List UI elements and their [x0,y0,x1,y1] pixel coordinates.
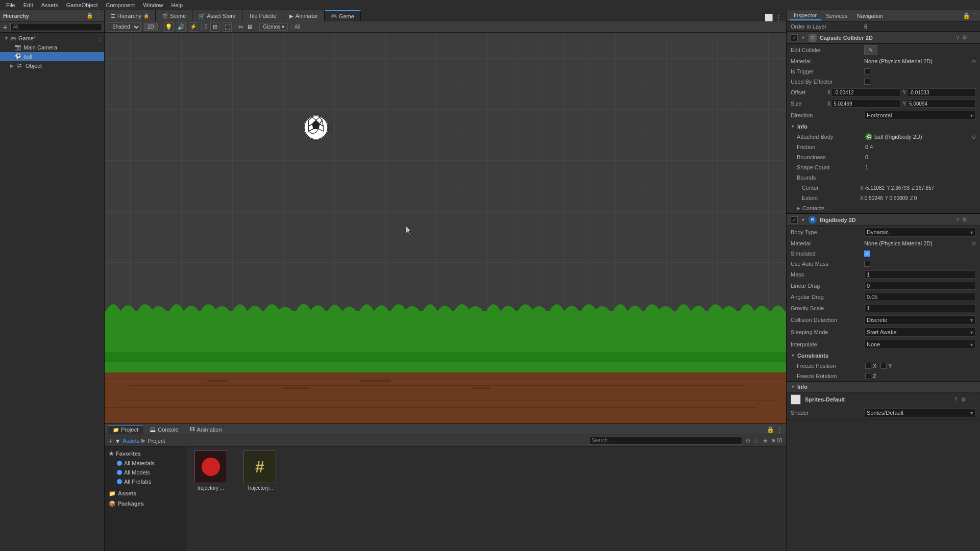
view-2d-btn[interactable]: 2D [144,23,158,31]
shade-mode-select[interactable]: Shaded [108,22,141,32]
sidebar-item-all-materials[interactable]: All Materials [105,459,186,468]
info-bottom-header[interactable]: ▼ Info [787,382,980,392]
rigidbody-check-icon[interactable]: ✓ [791,216,798,223]
hierarchy-tab[interactable]: Hierarchy [3,13,29,19]
tree-item-camera[interactable]: 📷 Main Camera [0,43,104,52]
layers-icon[interactable]: ⊞ [210,22,219,32]
shader-select[interactable]: Sprites/Default [864,408,976,417]
rb-material-btn[interactable]: ⊙ [972,241,976,246]
capsule-material-btn[interactable]: ⊙ [972,59,976,64]
tab-project[interactable]: 📁 Project [108,425,143,434]
angular-drag-input[interactable] [864,293,976,301]
freeze-pos-y-checkbox[interactable] [880,363,887,369]
scene-options-btn[interactable]: ⋮ [775,14,782,21]
asset-filter-1[interactable]: ⚙ [745,437,751,444]
collision-detection-select[interactable]: Discrete Continuous [864,315,976,324]
sidebar-item-all-prefabs[interactable]: All Prefabs [105,477,186,486]
menu-window[interactable]: Window [139,1,167,9]
breadcrumb-assets[interactable]: Assets [122,438,139,444]
edit-collider-btn[interactable]: ✎ [864,45,877,55]
simulated-checkbox[interactable]: ✓ [864,251,870,257]
hierarchy-search[interactable] [10,23,102,31]
bottom-options-btn[interactable]: ⋮ [776,425,783,433]
breadcrumb-project[interactable]: Project [148,438,165,444]
menu-file[interactable]: File [2,1,19,9]
asset-search[interactable] [589,437,742,445]
tree-item-object[interactable]: ▶ 🗂 Object [0,61,104,70]
freeze-pos-x-checkbox[interactable] [865,363,871,369]
sidebar-item-all-models[interactable]: All Models [105,468,186,477]
hierarchy-menu-icon[interactable]: ⋮ [95,12,101,19]
tree-item-game[interactable]: ▼ 🎮 Game* ⋮ [0,34,104,43]
audio-icon[interactable]: 🔊 [177,22,186,32]
gizmos-btn[interactable]: Gizmos ▾ [259,23,288,31]
sprites-menu-icon[interactable]: ⋮ [970,396,976,403]
tab-animator[interactable]: ▶ Animator [283,10,325,21]
hierarchy-add-btn[interactable]: + [2,23,8,31]
effects-icon[interactable]: ⚡ [189,22,198,32]
constraints-row[interactable]: ▼ Constraints [787,350,980,361]
attached-body-btn[interactable]: ⊙ [972,134,976,140]
menu-assets[interactable]: Assets [37,1,62,9]
used-by-effector-checkbox[interactable] [864,79,870,85]
capsule-collider-header[interactable]: ✓ ▼ ⬭ Capsule Collider 2D ? ⚙ ⋮ [787,32,980,44]
use-auto-mass-checkbox[interactable] [864,261,870,267]
tab-console[interactable]: 💻 Console [144,425,183,434]
contacts-row[interactable]: ▶ Contacts [787,203,980,213]
inspector-options-icon[interactable]: ⋮ [971,12,977,19]
screen-icon[interactable]: 🖥 [247,23,253,31]
offset-y-input[interactable] [907,88,976,96]
capsule-menu-icon[interactable]: ⋮ [970,34,976,41]
menu-help[interactable]: Help [167,1,187,9]
body-type-select[interactable]: Dynamic Kinematic Static [864,228,976,237]
rigidbody-header[interactable]: ✓ ▼ R Rigidbody 2D ? ⚙ ⋮ [787,214,980,226]
inspector-lock-icon[interactable]: 🔒 [963,12,970,19]
asset-trajectory-hash[interactable]: # Trajectory... [239,450,280,491]
size-x-input[interactable] [831,99,900,108]
add-asset-btn[interactable]: + [109,437,113,444]
offset-x-input[interactable] [831,88,900,96]
direction-select[interactable]: Horizontal Vertical [864,111,976,120]
sprites-help-icon[interactable]: ? [954,396,957,403]
sleeping-mode-select[interactable]: Start Awake Never Sleep [864,328,976,337]
tab-asset-store[interactable]: 🛒 Asset Store [192,10,242,21]
tab-navigation[interactable]: Navigation [852,12,887,20]
gravity-scale-input[interactable] [864,304,976,312]
maximize-icon[interactable]: ⛶ [223,22,232,32]
freeze-rot-z-checkbox[interactable] [865,373,871,379]
mass-input[interactable] [864,270,976,279]
capsule-settings-icon[interactable]: ⚙ [962,34,967,41]
rigidbody-settings-icon[interactable]: ⚙ [962,216,967,223]
asset-trajectory-red[interactable]: trajectory ... [190,450,231,491]
menu-component[interactable]: Component [102,1,139,9]
is-trigger-checkbox[interactable] [864,68,870,74]
tree-options-game[interactable]: ⋮ [97,36,102,41]
tab-tile-palette[interactable]: Tile Palette [242,10,283,21]
tab-hierarchy[interactable]: ☰ Hierarchy 🔒 [105,10,156,21]
tab-game[interactable]: 🎮 Game [325,10,361,21]
tab-animation[interactable]: 🎞 Animation [185,425,227,434]
tab-scene[interactable]: 🎬 Scene [156,10,192,21]
tab-services[interactable]: Services [822,12,851,20]
menu-edit[interactable]: Edit [19,1,37,9]
asset-options-btn[interactable]: ▾ [116,437,119,444]
capsule-check-icon[interactable]: ✓ [791,34,798,41]
capsule-help-icon[interactable]: ? [956,35,959,41]
scene-viewport[interactable] [105,33,786,423]
hierarchy-lock-icon[interactable]: 🔒 [86,12,93,19]
size-y-input[interactable] [907,99,976,108]
tree-item-ball[interactable]: ⚽ ball [0,52,104,61]
maximize-scene-btn[interactable]: ⬜ [765,14,773,21]
interpolate-select[interactable]: None Interpolate Extrapolate [864,340,976,349]
bottom-lock-btn[interactable]: 🔒 [767,426,774,433]
rigidbody-menu-icon[interactable]: ⋮ [970,216,976,223]
tab-inspector[interactable]: Inspector [790,11,821,20]
scissors-icon[interactable]: ✂ [238,23,243,31]
sprites-settings-icon[interactable]: ⚙ [961,396,966,403]
info-header[interactable]: ▼ Info [787,121,980,132]
linear-drag-input[interactable] [864,282,976,290]
asset-filter-2[interactable]: ☆ [754,437,760,444]
asset-filter-3[interactable]: ★ [763,437,768,444]
light-icon[interactable]: 💡 [164,22,174,32]
rigidbody-help-icon[interactable]: ? [956,217,959,223]
